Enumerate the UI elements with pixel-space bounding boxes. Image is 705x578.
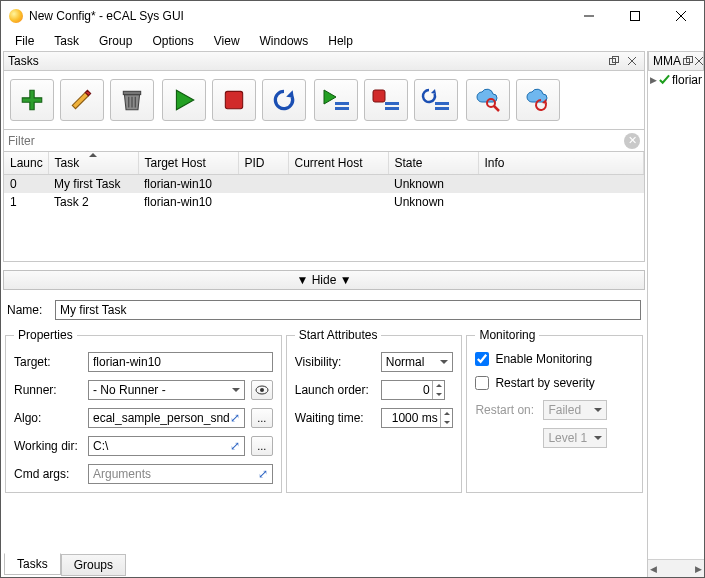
start-legend: Start Attributes: [295, 328, 382, 342]
enable-monitoring-label: Enable Monitoring: [495, 352, 592, 366]
tree-node[interactable]: ▶ florian: [648, 71, 704, 89]
name-label: Name:: [7, 303, 47, 317]
chevron-down-icon: [232, 388, 240, 392]
visibility-select[interactable]: Normal: [381, 352, 453, 372]
tab-groups[interactable]: Groups: [61, 554, 126, 576]
col-task[interactable]: Task: [48, 152, 138, 174]
close-button[interactable]: [658, 1, 704, 31]
table-row[interactable]: 0 My first Task florian-win10 Unknown: [4, 174, 644, 193]
menubar: File Task Group Options View Windows Hel…: [1, 31, 704, 51]
col-current[interactable]: Current Host: [288, 152, 388, 174]
tasks-panel-header: Tasks: [3, 51, 645, 71]
svg-rect-17: [385, 107, 399, 110]
props-legend: Properties: [14, 328, 77, 342]
order-spin[interactable]: 0: [381, 380, 445, 400]
start-button[interactable]: [162, 79, 206, 121]
wait-label: Waiting time:: [295, 411, 375, 425]
wdir-input[interactable]: C:\⤢: [88, 436, 245, 456]
algo-label: Algo:: [14, 411, 82, 425]
target-input[interactable]: florian-win10: [88, 352, 273, 372]
target-label: Target:: [14, 355, 82, 369]
window-title: New Config* - eCAL Sys GUI: [29, 9, 566, 23]
mon-legend: Monitoring: [475, 328, 539, 342]
hide-toggle[interactable]: ▼ Hide ▼: [3, 270, 645, 290]
svg-rect-12: [225, 91, 242, 108]
scroll-left-icon[interactable]: ◀: [650, 564, 657, 574]
visibility-label: Visibility:: [295, 355, 375, 369]
chevron-down-icon: [594, 408, 602, 412]
col-target[interactable]: Target Host: [138, 152, 238, 174]
app-icon: [9, 9, 23, 23]
tree-node-label: florian: [672, 73, 702, 87]
wait-spin[interactable]: 1000 ms: [381, 408, 453, 428]
cmd-input[interactable]: Arguments⤢: [88, 464, 273, 484]
mma-panel-title: MMA: [653, 54, 681, 68]
menu-help[interactable]: Help: [320, 32, 361, 50]
chevron-down-icon: [594, 436, 602, 440]
svg-rect-8: [123, 91, 140, 94]
menu-task[interactable]: Task: [46, 32, 87, 50]
tasks-panel-title: Tasks: [8, 54, 39, 68]
start-list-button[interactable]: [314, 79, 358, 121]
col-pid[interactable]: PID: [238, 152, 288, 174]
task-table: Launc Task Target Host PID Current Host …: [4, 152, 644, 211]
tab-tasks[interactable]: Tasks: [4, 553, 61, 575]
hscrollbar[interactable]: ◀ ▶: [648, 559, 704, 577]
stop-button[interactable]: [212, 79, 256, 121]
enable-monitoring-checkbox[interactable]: [475, 352, 489, 366]
add-task-button[interactable]: [10, 79, 54, 121]
restart-severity-checkbox[interactable]: [475, 376, 489, 390]
svg-rect-15: [373, 90, 385, 102]
menu-options[interactable]: Options: [144, 32, 201, 50]
filter-input[interactable]: [8, 134, 624, 148]
scroll-right-icon[interactable]: ▶: [695, 564, 702, 574]
undock-icon[interactable]: [606, 54, 622, 68]
menu-windows[interactable]: Windows: [252, 32, 317, 50]
maximize-button[interactable]: [612, 1, 658, 31]
check-icon: [659, 74, 670, 86]
edit-task-button[interactable]: [60, 79, 104, 121]
svg-line-21: [494, 106, 499, 111]
svg-rect-16: [385, 102, 399, 105]
eye-icon[interactable]: [251, 380, 273, 400]
chevron-right-icon: ▶: [650, 75, 657, 85]
svg-point-23: [260, 388, 264, 392]
restart-button[interactable]: [262, 79, 306, 121]
expand-icon[interactable]: ⤢: [230, 439, 240, 453]
minimize-button[interactable]: [566, 1, 612, 31]
col-state[interactable]: State: [388, 152, 478, 174]
svg-rect-19: [435, 107, 449, 110]
menu-view[interactable]: View: [206, 32, 248, 50]
restart-on-label: Restart on:: [475, 403, 537, 417]
delete-task-button[interactable]: [110, 79, 154, 121]
svg-rect-1: [631, 12, 640, 21]
expand-icon[interactable]: ⤢: [230, 411, 240, 425]
svg-rect-14: [335, 107, 349, 110]
menu-group[interactable]: Group: [91, 32, 140, 50]
algo-browse-button[interactable]: ...: [251, 408, 273, 428]
order-label: Launch order:: [295, 383, 375, 397]
restart-list-button[interactable]: [414, 79, 458, 121]
mma-panel-header: MMA: [648, 51, 704, 71]
close-panel-icon[interactable]: [624, 54, 640, 68]
clear-filter-icon[interactable]: ✕: [624, 133, 640, 149]
svg-rect-18: [435, 102, 449, 105]
table-row[interactable]: 1 Task 2 florian-win10 Unknown: [4, 193, 644, 211]
cloud-sync-button[interactable]: [516, 79, 560, 121]
wdir-label: Working dir:: [14, 439, 82, 453]
close-panel-icon[interactable]: [695, 54, 703, 68]
restart-on-select-2: Level 1: [543, 428, 607, 448]
wdir-browse-button[interactable]: ...: [251, 436, 273, 456]
name-input[interactable]: [55, 300, 641, 320]
stop-list-button[interactable]: [364, 79, 408, 121]
expand-icon[interactable]: ⤢: [258, 467, 268, 481]
col-info[interactable]: Info: [478, 152, 644, 174]
undock-icon[interactable]: [683, 54, 693, 68]
svg-rect-13: [335, 102, 349, 105]
runner-select[interactable]: - No Runner -: [88, 380, 245, 400]
chevron-down-icon: [440, 360, 448, 364]
menu-file[interactable]: File: [7, 32, 42, 50]
algo-input[interactable]: ecal_sample_person_snd⤢: [88, 408, 245, 428]
cloud-search-button[interactable]: [466, 79, 510, 121]
col-launch[interactable]: Launc: [4, 152, 48, 174]
